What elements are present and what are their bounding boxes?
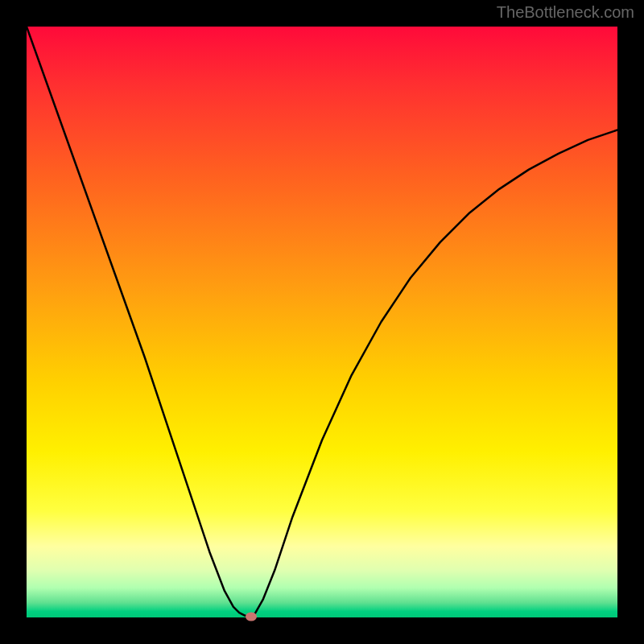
chart-background-gradient	[27, 27, 617, 617]
optimal-point-marker	[246, 612, 257, 621]
watermark-text: TheBottleneck.com	[497, 3, 634, 22]
